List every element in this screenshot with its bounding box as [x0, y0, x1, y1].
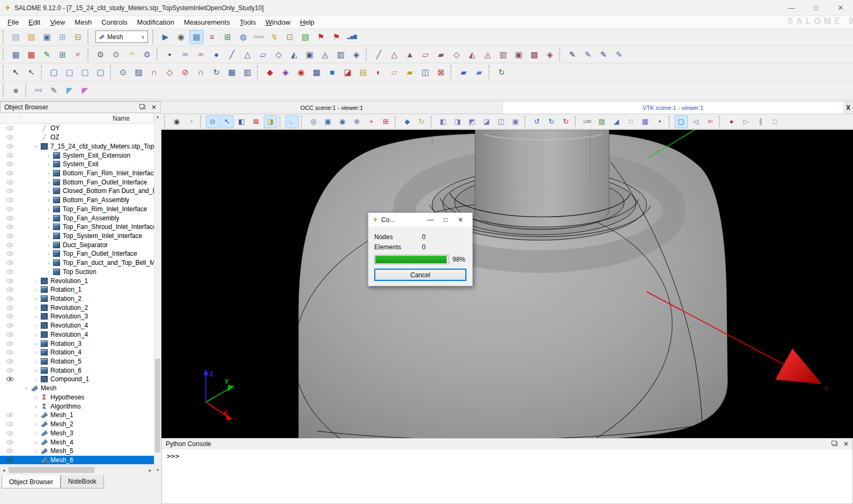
visibility-cell[interactable]: [0, 133, 20, 142]
statistics-module-icon[interactable]: ▂▅▇: [345, 30, 359, 44]
menu-view[interactable]: View: [45, 18, 70, 26]
tree-item-bottom-fan-rim-inlet-interface[interactable]: ›Bottom_Fan_Rim_Inlet_Interface: [0, 169, 154, 178]
show-trihedron-icon[interactable]: ∟: [285, 115, 299, 128]
eye-icon[interactable]: [6, 323, 13, 328]
eye-icon[interactable]: [6, 287, 13, 292]
window-titlebar[interactable]: ✈ SALOME 9.12.0 - [7_15_24_cfd_study_Met…: [0, 0, 853, 16]
update-icon[interactable]: ↻: [494, 65, 509, 79]
visibility-cell[interactable]: [0, 276, 20, 285]
eye-icon[interactable]: [6, 251, 13, 256]
preselection-icon[interactable]: ⊙: [206, 115, 219, 128]
dialog-titlebar[interactable]: ✈ Co... — □ ✕: [368, 213, 472, 227]
compute-progress-dialog[interactable]: ✈ Co... — □ ✕ Nodes 0 Elements 0 98% Can…: [368, 212, 473, 286]
ball-element-icon[interactable]: ●: [209, 48, 224, 62]
expand-arrow-icon[interactable]: ›: [33, 349, 40, 355]
scale-mesh-x2-icon[interactable]: x²: [71, 48, 85, 62]
expand-arrow-icon[interactable]: ›: [33, 313, 40, 320]
dialog-minimize-button[interactable]: —: [423, 216, 438, 224]
dialog-maximize-button[interactable]: □: [438, 216, 453, 224]
hexahedron-icon[interactable]: ▣: [302, 48, 317, 62]
clear-mesh-icon[interactable]: ✎: [612, 48, 626, 62]
visibility-cell[interactable]: [0, 447, 20, 456]
expand-arrow-icon[interactable]: ›: [33, 448, 40, 454]
menu-tools[interactable]: Tools: [235, 18, 261, 26]
tree-item-mesh-6[interactable]: ›⚠Mesh_6: [0, 456, 154, 465]
node-icon[interactable]: •: [162, 48, 177, 62]
eye-icon[interactable]: [6, 243, 13, 247]
eye-icon[interactable]: [6, 359, 13, 364]
expand-arrow-icon[interactable]: ›: [33, 412, 40, 418]
tree-item-mesh-4[interactable]: ›Mesh_4: [0, 438, 154, 447]
tree-item-mesh[interactable]: ›Mesh: [0, 384, 154, 393]
pyramid-icon[interactable]: ◬: [318, 48, 332, 62]
front-view-icon[interactable]: ◧: [436, 115, 450, 128]
visibility-cell[interactable]: [0, 249, 20, 258]
pan-icon[interactable]: +: [365, 115, 378, 128]
visibility-cell[interactable]: [0, 294, 20, 303]
expand-arrow-icon[interactable]: ›: [33, 376, 40, 382]
tree-item-revolution-1[interactable]: ›Revolution_1: [0, 276, 154, 285]
paravis-module-icon[interactable]: ≡: [205, 30, 219, 44]
selection-cursor-icon[interactable]: ↖: [220, 115, 234, 128]
play-recording-icon[interactable]: ▷: [739, 115, 753, 128]
eye-icon[interactable]: [6, 153, 13, 158]
window-maximize-button[interactable]: □: [804, 0, 828, 16]
elem-0d-icon[interactable]: 0D: [178, 48, 192, 62]
visibility-cell[interactable]: [0, 330, 20, 339]
tree-item-top-suction[interactable]: ›Top Suction: [0, 268, 154, 277]
expand-arrow-icon[interactable]: ›: [45, 233, 52, 239]
select-new-filter-icon[interactable]: ▢: [78, 65, 92, 79]
tree-item-top-fan-duct-and-top-bell-mo[interactable]: ›Top_Fan_duct_and_Top_Bell_Mo: [0, 258, 154, 268]
expand-arrow-icon[interactable]: ›: [45, 152, 52, 159]
bottom-view-icon[interactable]: ◪: [480, 115, 493, 128]
graduated-axes-icon[interactable]: ▤: [595, 115, 609, 128]
expand-arrow-icon[interactable]: ›: [33, 278, 40, 284]
filter-selection-icon[interactable]: ◤: [62, 83, 77, 97]
select-all-filter-icon[interactable]: ▢: [47, 65, 61, 79]
orthographic-projection-icon[interactable]: ▢: [674, 115, 688, 128]
tree-item-top-fan-shroud-inlet-interface[interactable]: ›Top_Fan_Shroud_Inlet_Interface: [0, 223, 154, 232]
tab-vtk-viewer[interactable]: VTK scene:1 - viewer:1: [503, 101, 844, 114]
visibility-cell[interactable]: [0, 303, 20, 312]
tree-item-system-exit-extension[interactable]: ›System_Exit_Extension: [0, 151, 154, 160]
eye-icon[interactable]: [6, 198, 13, 202]
duplicate-nodes-icon[interactable]: ∩: [194, 65, 208, 79]
quadratic-triangle-icon[interactable]: △: [387, 48, 402, 62]
select-visible-filter-icon[interactable]: ▢: [62, 65, 77, 79]
window-minimize-button[interactable]: —: [779, 0, 804, 16]
visibility-cell[interactable]: [0, 196, 20, 205]
eye-icon[interactable]: [6, 332, 13, 337]
eye-icon[interactable]: [6, 279, 13, 283]
biquadratic-triangle-icon[interactable]: ▲: [403, 48, 417, 62]
tree-item-algorithms[interactable]: ›ΣAlgorithms: [0, 402, 154, 411]
eye-icon[interactable]: [6, 314, 13, 318]
tree-vertical-scrollbar[interactable]: ▴ ▾: [154, 113, 161, 474]
jobmanager-module-icon[interactable]: ◍: [236, 30, 250, 44]
move-node-icon[interactable]: ∩: [147, 65, 161, 79]
visibility-cell[interactable]: [0, 357, 20, 366]
quadratic-polyhedron-icon[interactable]: ◈: [543, 48, 557, 62]
calculator-module-icon[interactable]: ⊡: [283, 30, 297, 44]
visibility-cell[interactable]: [0, 169, 20, 178]
remove-elements-icon[interactable]: ✎: [581, 48, 595, 62]
tree-column-header[interactable]: Name: [0, 113, 154, 124]
eye-icon[interactable]: [6, 413, 13, 417]
menu-window[interactable]: Window: [261, 18, 295, 26]
biquadratic-quadrangle-icon[interactable]: ▰: [434, 48, 448, 62]
add-node-icon[interactable]: ◇: [162, 65, 177, 79]
pattern-2d-icon[interactable]: ▥: [240, 65, 255, 79]
merge-nodes-icon[interactable]: ⊙: [116, 65, 130, 79]
compute-mesh-icon[interactable]: ⚙: [93, 48, 108, 62]
menu-file[interactable]: File: [3, 18, 24, 26]
close-dock-icon[interactable]: ✕: [151, 104, 157, 110]
scroll-right-icon[interactable]: ▸: [146, 468, 154, 473]
eye-icon[interactable]: [6, 368, 13, 373]
expand-arrow-icon[interactable]: ›: [33, 305, 40, 311]
tree-item-revolution-4[interactable]: ›Revolution_4: [0, 330, 154, 339]
tree-item-top-system-inlet-interface[interactable]: ›Top_System_Inlet_interface: [0, 232, 154, 241]
window-close-button[interactable]: ✕: [828, 0, 853, 16]
float-dock-icon[interactable]: [140, 105, 145, 109]
module-selector[interactable]: Mesh∨: [95, 31, 148, 43]
visibility-cell[interactable]: [0, 204, 20, 213]
symmetry-icon[interactable]: ◫: [418, 65, 433, 79]
